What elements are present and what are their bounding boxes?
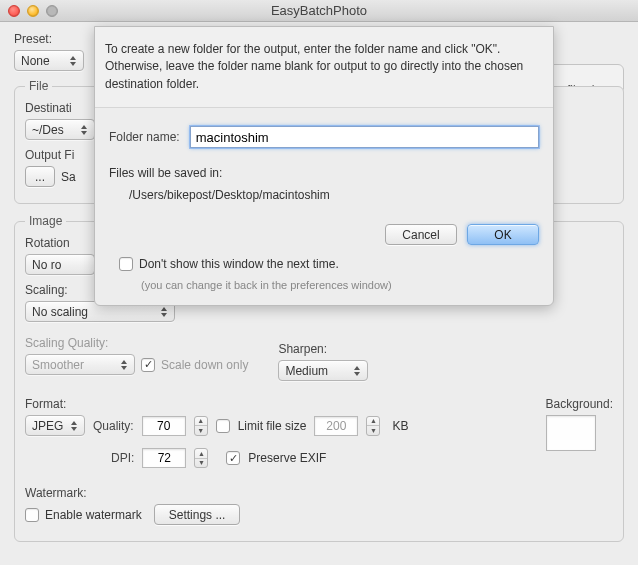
saved-in-label: Files will be saved in: (109, 166, 539, 180)
new-folder-sheet: To create a new folder for the output, e… (94, 26, 554, 306)
window-title: EasyBatchPhoto (0, 3, 638, 18)
preserve-exif-checkbox[interactable] (226, 451, 240, 465)
output-tail: Sa (61, 170, 76, 184)
quality-stepper[interactable]: ▲▼ (194, 416, 208, 436)
quality-input[interactable] (142, 416, 186, 436)
background-swatch[interactable] (546, 415, 596, 451)
limit-file-size-checkbox[interactable] (216, 419, 230, 433)
enable-watermark-checkbox[interactable] (25, 508, 39, 522)
scaling-value: No scaling (32, 305, 88, 319)
scaling-quality-select: Smoother (25, 354, 135, 375)
sharpen-value: Medium (285, 364, 328, 378)
format-label: Format: (25, 397, 516, 411)
scale-down-only-label: Scale down only (161, 358, 248, 372)
output-browse-button[interactable]: ... (25, 166, 55, 187)
rotation-value: No ro (32, 258, 61, 272)
titlebar: EasyBatchPhoto (0, 0, 638, 22)
preset-select[interactable]: None (14, 50, 84, 71)
scaling-quality-value: Smoother (32, 358, 84, 372)
limit-size-stepper: ▲▼ (366, 416, 380, 436)
scaling-quality-label: Scaling Quality: (25, 336, 248, 350)
sharpen-select[interactable]: Medium (278, 360, 368, 381)
scale-down-only-checkbox (141, 358, 155, 372)
image-legend: Image (25, 214, 66, 228)
dont-show-label: Don't show this window the next time. (139, 257, 339, 271)
quality-label: Quality: (93, 419, 134, 433)
dpi-input[interactable] (142, 448, 186, 468)
folder-name-label: Folder name: (109, 130, 180, 144)
preserve-exif-label: Preserve EXIF (248, 451, 326, 465)
format-select[interactable]: JPEG (25, 415, 85, 436)
limit-file-size-label: Limit file size (238, 419, 307, 433)
watermark-label: Watermark: (25, 486, 613, 500)
cancel-button[interactable]: Cancel (385, 224, 457, 245)
dont-show-sublabel: (you can change it back in the preferenc… (119, 279, 539, 291)
background-label: Background: (546, 397, 613, 411)
dpi-label: DPI: (111, 451, 134, 465)
folder-name-input[interactable] (190, 126, 539, 148)
file-legend: File (25, 79, 52, 93)
limit-size-input (314, 416, 358, 436)
limit-unit: KB (392, 419, 408, 433)
dpi-stepper[interactable]: ▲▼ (194, 448, 208, 468)
rotation-select[interactable]: No ro (25, 254, 95, 275)
saved-in-path: /Users/bikepost/Desktop/macintoshim (109, 188, 539, 202)
watermark-settings-button[interactable]: Settings ... (154, 504, 241, 525)
preset-value: None (21, 54, 50, 68)
format-value: JPEG (32, 419, 63, 433)
sheet-hint: To create a new folder for the output, e… (95, 27, 553, 108)
ok-button[interactable]: OK (467, 224, 539, 245)
enable-watermark-label: Enable watermark (45, 508, 142, 522)
dont-show-checkbox[interactable] (119, 257, 133, 271)
destination-value: ~/Des (32, 123, 64, 137)
destination-select[interactable]: ~/Des (25, 119, 95, 140)
sharpen-label: Sharpen: (278, 342, 368, 356)
